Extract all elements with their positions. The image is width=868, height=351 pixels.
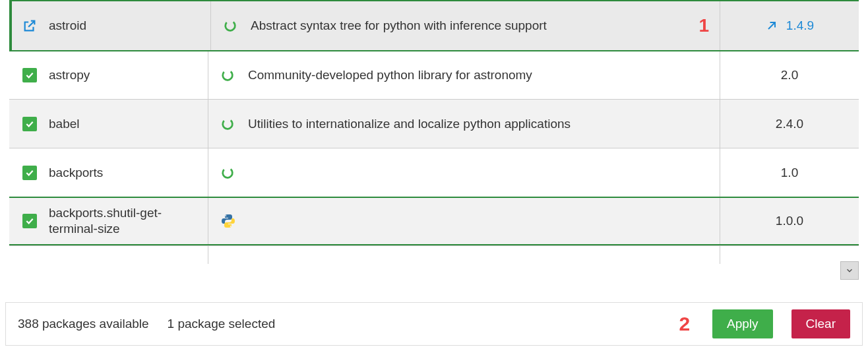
checkbox-checked-icon[interactable] <box>22 68 37 82</box>
table-row[interactable]: backports 1.0 <box>9 148 859 197</box>
package-name: backports.shutil-get-terminal-size <box>49 205 200 237</box>
package-version: 1.0 <box>781 166 798 180</box>
upgrade-arrow-icon <box>765 19 778 32</box>
svg-point-4 <box>225 215 226 216</box>
package-name: astropy <box>49 67 90 83</box>
package-version[interactable]: 1.4.9 <box>786 18 814 33</box>
package-description: Abstract syntax tree for python with inf… <box>251 18 547 33</box>
package-name: backports <box>49 165 103 181</box>
svg-point-3 <box>221 166 235 179</box>
package-version: 1.0.0 <box>776 214 803 228</box>
footer-bar: 388 packages available 1 package selecte… <box>5 302 863 346</box>
package-table: astroid Abstract syntax tree for python … <box>9 0 859 288</box>
package-version: 2.4.0 <box>776 117 803 131</box>
svg-point-2 <box>221 117 235 131</box>
spinner-icon <box>220 117 235 131</box>
svg-point-5 <box>230 226 232 227</box>
spinner-icon <box>223 18 237 33</box>
callout-label-2: 2 <box>679 313 690 335</box>
checkbox-checked-icon[interactable] <box>22 117 37 131</box>
package-version: 2.0 <box>781 68 798 82</box>
packages-available-label: 388 packages available <box>18 317 149 331</box>
table-row[interactable]: astroid Abstract syntax tree for python … <box>9 1 859 50</box>
spinner-icon <box>220 68 235 82</box>
table-row[interactable]: backports.shutil-get-terminal-size 1.0.0 <box>9 197 859 245</box>
scroll-down-button[interactable] <box>840 261 859 280</box>
table-row[interactable]: babel Utilities to internationalize and … <box>9 99 859 148</box>
packages-selected-label: 1 package selected <box>168 317 276 331</box>
package-description: Utilities to internationalize and locali… <box>248 117 571 131</box>
clear-button[interactable]: Clear <box>791 309 850 338</box>
package-name: astroid <box>49 18 86 34</box>
python-icon <box>220 213 236 229</box>
checkbox-checked-icon[interactable] <box>22 166 37 180</box>
spinner-icon <box>220 166 235 180</box>
table-row[interactable]: astropy Community-developed python libra… <box>9 50 859 99</box>
package-name: babel <box>49 116 80 132</box>
apply-button[interactable]: Apply <box>712 309 773 338</box>
table-row <box>9 245 859 264</box>
svg-point-1 <box>221 69 235 82</box>
package-description: Community-developed python library for a… <box>248 68 532 82</box>
mark-for-install-icon[interactable] <box>22 18 37 33</box>
callout-label-1: 1 <box>698 15 709 36</box>
svg-point-0 <box>224 19 237 33</box>
checkbox-checked-icon[interactable] <box>22 214 37 228</box>
